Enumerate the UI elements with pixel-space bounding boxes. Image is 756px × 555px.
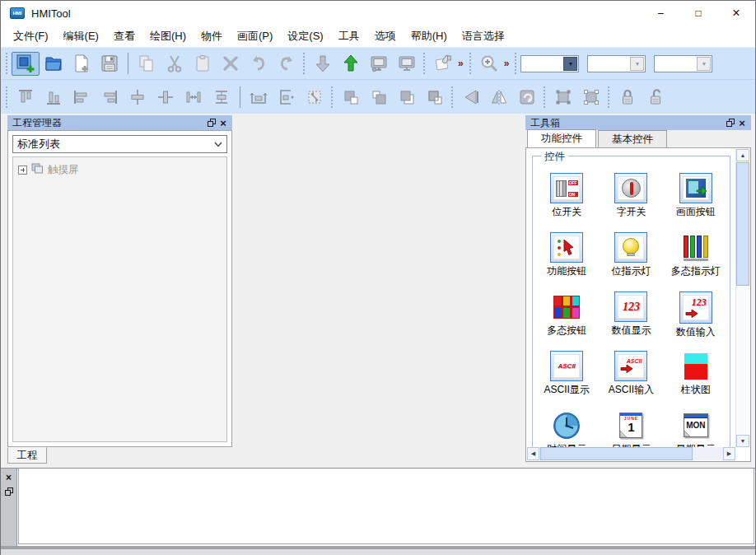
toolbar-combo-value	[656, 57, 696, 71]
vertical-scrollbar[interactable]: ▲ ▼	[735, 149, 749, 447]
rotate-icon	[517, 87, 537, 107]
toolbox-item-date-display[interactable]: JUNE1日期显示	[599, 410, 663, 447]
workspace: 工程管理器 × 标准列表 触摸屏 工程 工具箱 × 功能控件基本控件	[1, 114, 755, 468]
horizontal-scroll-thumb[interactable]	[540, 447, 693, 460]
toolbox-item-multi-lamp[interactable]: 多态指示灯	[664, 232, 728, 278]
word-switch-icon	[614, 173, 647, 203]
toolbox-item-screen-button[interactable]: 画面按钮	[664, 173, 728, 219]
scroll-down-button[interactable]: ▼	[736, 435, 749, 447]
scroll-right-button[interactable]: ▶	[723, 447, 735, 460]
toolbox-item-label: 柱状图	[681, 383, 711, 397]
toolbox-item-num-input[interactable]: 123数值输入	[664, 291, 728, 338]
toolbox-item-time-display[interactable]: 时间显示	[534, 410, 599, 447]
download-button[interactable]	[309, 52, 337, 76]
menu-item-8[interactable]: 选项	[367, 26, 404, 47]
combo-arrow-icon: ▼	[697, 57, 711, 71]
list-type-combo[interactable]: 标准列表	[12, 135, 227, 153]
output-float-icon[interactable]	[4, 487, 14, 497]
toolbar-grip[interactable]	[469, 53, 471, 74]
horizontal-scrollbar[interactable]: ◀ ▶	[527, 447, 735, 460]
toolbox-item-ascii-input[interactable]: ASCIIASCII输入	[599, 351, 663, 397]
project-manager-header: 工程管理器 ×	[7, 115, 232, 130]
menu-item-1[interactable]: 编辑(E)	[56, 26, 106, 47]
menu-item-3[interactable]: 绘图(H)	[142, 26, 194, 47]
bit-lamp-icon	[614, 232, 647, 263]
save-button[interactable]	[96, 52, 124, 76]
touch-panel-button[interactable]	[429, 52, 457, 76]
toolbox-item-label: 位开关	[552, 205, 581, 219]
menu-item-6[interactable]: 设定(S)	[280, 26, 330, 47]
toolbar-grip[interactable]	[6, 86, 7, 108]
online-simulation-button[interactable]	[393, 52, 421, 76]
toolbox-item-bit-lamp[interactable]: 位指示灯	[599, 232, 663, 278]
maximize-button[interactable]: □	[679, 1, 717, 26]
close-panel-icon[interactable]: ×	[736, 117, 748, 128]
new-project-icon	[16, 54, 35, 73]
toolbox-item-bit-switch[interactable]: OFFON位开关	[534, 173, 599, 219]
toolbar-grip[interactable]	[544, 86, 545, 108]
toolbar-grip[interactable]	[423, 53, 425, 74]
project-tab[interactable]: 工程	[7, 447, 47, 464]
menu-item-9[interactable]: 帮助(H)	[404, 26, 455, 47]
output-close-icon[interactable]: ×	[4, 473, 14, 483]
toolbox-item-ascii-display[interactable]: ASCIIASCII显示	[534, 351, 599, 397]
multi-lamp-icon	[679, 232, 712, 263]
scroll-left-button[interactable]: ◀	[527, 447, 539, 460]
list-type-value: 标准列表	[13, 137, 210, 152]
menu-item-5[interactable]: 画面(P)	[230, 26, 280, 47]
toolbox-item-bar-graph[interactable]: 柱状图	[664, 351, 728, 397]
new-screen-button[interactable]	[68, 52, 96, 76]
toolbar-combo[interactable]: ▼	[520, 55, 579, 72]
toolbar-grip[interactable]	[303, 53, 305, 74]
offline-simulation-button[interactable]	[365, 52, 393, 76]
menu-item-10[interactable]: 语言选择	[455, 26, 512, 47]
same-size-button	[301, 85, 329, 109]
new-project-button[interactable]	[12, 52, 40, 76]
close-button[interactable]: ×	[717, 1, 755, 26]
combo-arrow-icon[interactable]: ▼	[563, 57, 577, 71]
window-bottom-edge	[1, 549, 755, 555]
toolbar-overflow-button[interactable]: »	[457, 58, 467, 69]
ascii-display-icon: ASCII	[550, 351, 583, 381]
ungroup-icon	[581, 87, 601, 107]
toolbar-grip[interactable]	[608, 86, 609, 108]
toolbox-item-num-display[interactable]: 123数值显示	[599, 291, 663, 338]
toolbar-overflow-button[interactable]: »	[503, 58, 513, 69]
num-display-icon: 123	[614, 291, 647, 322]
expand-button[interactable]	[18, 166, 27, 175]
toolbar-main: »»▼▼▼	[1, 48, 755, 79]
toolbar-grip[interactable]	[451, 86, 453, 108]
toolbar-grip[interactable]	[515, 53, 516, 74]
zoom-button[interactable]	[475, 52, 503, 76]
float-panel-icon[interactable]	[206, 117, 217, 128]
toolbox-item-function-button[interactable]: 功能按钮	[534, 232, 599, 278]
float-panel-icon[interactable]	[725, 117, 736, 128]
output-panel: ×	[1, 468, 755, 546]
controls-groupbox: 控件 OFFON位开关字开关画面按钮功能按钮位指示灯多态指示灯多态按钮123数值…	[532, 156, 730, 447]
center-horizontal-button	[152, 85, 180, 109]
menu-item-7[interactable]: 工具	[331, 26, 367, 47]
toolbar-grip[interactable]	[6, 53, 7, 74]
close-panel-icon[interactable]: ×	[217, 117, 229, 128]
tab-basic-controls[interactable]: 基本控件	[598, 130, 667, 147]
unlock-icon	[646, 87, 665, 107]
toolbar-grip[interactable]	[331, 86, 333, 108]
rotate-button	[513, 85, 541, 109]
toolbox-item-word-switch[interactable]: 字开关	[599, 173, 663, 219]
upload-button[interactable]	[337, 52, 365, 76]
function-button-icon	[550, 232, 583, 263]
vertical-scroll-thumb[interactable]	[736, 162, 749, 286]
tab-function-controls[interactable]: 功能控件	[527, 129, 596, 147]
minimize-button[interactable]: −	[642, 1, 679, 26]
bring-forward-button	[393, 85, 421, 109]
toolbox-item-multi-button[interactable]: 多态按钮	[534, 291, 599, 338]
menu-item-2[interactable]: 查看	[106, 26, 142, 47]
tree-item-touchscreen[interactable]: 触摸屏	[13, 157, 226, 177]
open-project-button[interactable]	[40, 52, 68, 76]
align-bottom-icon	[44, 87, 63, 107]
menu-item-0[interactable]: 文件(F)	[6, 26, 56, 47]
toolbox-item-week-display[interactable]: MON星期显示	[664, 410, 728, 447]
scroll-up-button[interactable]: ▲	[736, 149, 749, 161]
download-icon	[313, 54, 333, 73]
menu-item-4[interactable]: 物件	[194, 26, 230, 47]
